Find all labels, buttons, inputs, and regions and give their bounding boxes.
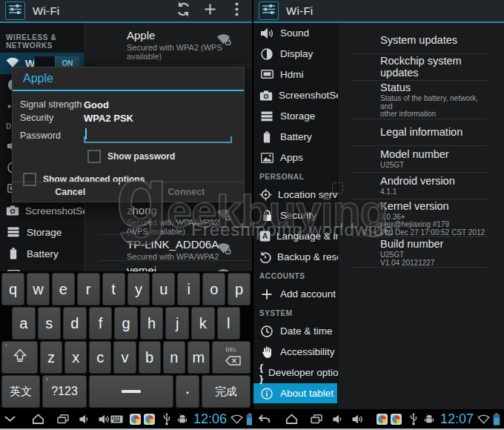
sidebar-item[interactable]: Date & time	[253, 321, 337, 342]
keyboard-key[interactable]: q	[1, 273, 24, 305]
about-row[interactable]: Status Status of the battery, network, a…	[338, 81, 504, 119]
camera-icon	[259, 90, 273, 101]
keyboard-key[interactable]: h	[140, 307, 164, 340]
sidebar-item[interactable]: Add account	[253, 284, 337, 305]
about-row[interactable]: Rockchip system updates	[338, 54, 504, 81]
period-key[interactable]: ·	[176, 375, 199, 408]
keyboard-key[interactable]: l	[217, 307, 241, 340]
keyboard-key[interactable]: x	[64, 341, 87, 374]
about-row[interactable]: Legal information	[338, 119, 504, 146]
app-notification-icon[interactable]	[377, 414, 388, 425]
settings-app-icon[interactable]	[5, 1, 25, 20]
hide-keyboard-button[interactable]	[4, 416, 16, 422]
keyboard-key[interactable]: d	[63, 307, 87, 340]
password-input[interactable]	[84, 127, 232, 143]
show-password-checkbox[interactable]	[87, 150, 101, 163]
about-row[interactable]: System updates	[338, 27, 504, 54]
home-button[interactable]	[285, 414, 298, 424]
keyboard-key[interactable]: t	[102, 273, 125, 305]
sidebar-item[interactable]: ACCOUNTS	[253, 268, 337, 284]
backspace-key[interactable]: DEL	[212, 341, 251, 374]
wifi-network-row[interactable]: Apple Secured with WPA2 (WPS available)	[85, 26, 252, 64]
about-row[interactable]: Model number U25GT	[338, 146, 504, 173]
keyboard-key[interactable]: k	[191, 307, 215, 340]
sidebar-item[interactable]: { } Developer options	[253, 363, 337, 383]
recents-button[interactable]	[57, 414, 69, 424]
app-notification-icon[interactable]	[391, 414, 402, 425]
keyboard-key[interactable]: e	[52, 273, 75, 305]
wifi-network-row[interactable]: TP-LINK_ADD06A Secured with WPA/WPA2	[85, 235, 252, 264]
sidebar-item[interactable]: Location services	[253, 185, 337, 205]
app-notification-icon[interactable]	[130, 414, 141, 425]
symbols-key[interactable]: ?123	[42, 375, 87, 408]
security-label: Security	[20, 113, 84, 123]
sidebar-item[interactable]: SYSTEM	[253, 305, 337, 321]
keyboard-key[interactable]: u	[152, 273, 175, 305]
sidebar-item[interactable]: Backup & reset	[253, 247, 337, 268]
volume-up-button[interactable]	[352, 414, 364, 424]
keyboard-key[interactable]: w	[27, 273, 50, 305]
sidebar-item[interactable]: Hdmi	[253, 64, 337, 85]
volume-down-button[interactable]	[79, 414, 89, 424]
wifi-scan-button[interactable]	[172, 1, 194, 21]
keyboard-key[interactable]: z	[40, 341, 62, 374]
settings-sliders-icon	[262, 3, 276, 19]
page-title: Wi-Fi	[286, 4, 313, 17]
keyboard-key[interactable]: v	[113, 341, 136, 374]
language-key[interactable]: 英文	[1, 375, 40, 408]
sidebar-item[interactable]: Storage	[253, 106, 337, 127]
keyboard-key[interactable]: c	[89, 341, 111, 374]
home-button[interactable]	[32, 414, 44, 424]
sidebar-item[interactable]: Apps	[253, 148, 337, 168]
keyboard-key[interactable]: n	[163, 341, 185, 374]
settings-app-icon[interactable]	[259, 1, 279, 20]
keyboard-key[interactable]: j	[165, 307, 189, 340]
sidebar-item[interactable]: Accessibility	[253, 342, 337, 363]
overflow-menu-button[interactable]	[225, 1, 248, 21]
left-screenshot: Wi-Fi WIRELESS & NETWORKS Wi ON	[0, 0, 252, 430]
sidebar-item[interactable]: ScreenshotSetting	[0, 200, 84, 222]
about-row[interactable]: Kernel version 3.0.36+ hejx@hejiaxing #1…	[338, 199, 504, 238]
connect-button[interactable]: Connect	[128, 182, 245, 202]
shift-key[interactable]	[1, 341, 38, 374]
done-key[interactable]: 完成	[202, 375, 251, 408]
keyboard-key[interactable]: o	[202, 273, 225, 305]
usb-icon	[162, 412, 171, 426]
keyboard-key[interactable]: a	[12, 307, 36, 340]
sidebar-item[interactable]: A Language & input	[253, 226, 337, 247]
space-key[interactable]	[89, 375, 173, 408]
keyboard-key[interactable]: y	[127, 273, 150, 305]
sidebar-item[interactable]: Sound	[253, 23, 337, 44]
sidebar-item[interactable]: About tablet	[253, 383, 337, 404]
back-button[interactable]	[258, 414, 271, 423]
speaker-icon	[259, 27, 274, 39]
sidebar-item[interactable]: PERSONAL	[253, 168, 337, 185]
keyboard-key[interactable]: g	[114, 307, 138, 340]
storage-icon	[259, 111, 274, 122]
sidebar-item[interactable]: Battery	[253, 127, 337, 148]
sidebar-item[interactable]: Battery	[0, 243, 84, 265]
about-row[interactable]: Android version 4.1.1	[338, 173, 504, 199]
sidebar-item[interactable]: Security	[253, 205, 337, 226]
keyboard-status-icon[interactable]	[110, 415, 123, 423]
volume-up-button[interactable]	[99, 414, 110, 424]
keyboard-key[interactable]: b	[139, 341, 161, 374]
sidebar-item[interactable]: Storage	[0, 222, 84, 243]
app-notification-icon[interactable]	[144, 414, 155, 425]
sidebar-item[interactable]: ScreenshotSetting	[253, 85, 337, 106]
keyboard-key[interactable]: m	[188, 341, 210, 374]
keyboard-key[interactable]: p	[228, 273, 251, 305]
volume-down-button[interactable]	[333, 414, 342, 424]
recents-button[interactable]	[311, 414, 322, 424]
keyboard-key[interactable]: s	[38, 307, 62, 340]
keyboard-key[interactable]: i	[177, 273, 200, 305]
about-row[interactable]: Build number U25GT V1.04 20121227	[338, 237, 504, 268]
keyboard-key[interactable]: f	[89, 307, 113, 340]
signal-strength-value: Good	[84, 99, 109, 110]
wifi-network-row[interactable]: zhong Secured with WPA/WPA2 (WPS availab…	[85, 201, 252, 239]
add-network-button[interactable]	[199, 1, 221, 21]
sidebar-item[interactable]: Display	[253, 44, 337, 64]
wifi-password-dialog: Apple Signal strength Good Security WPA2…	[12, 67, 245, 202]
keyboard-key[interactable]: r	[77, 273, 100, 305]
cancel-button[interactable]: Cancel	[13, 182, 128, 202]
